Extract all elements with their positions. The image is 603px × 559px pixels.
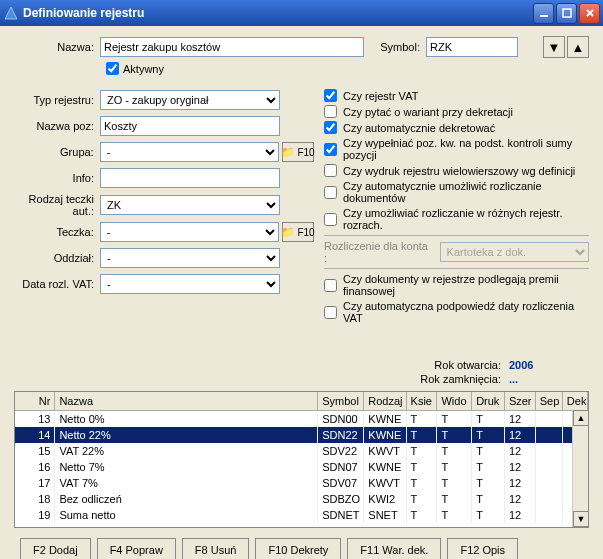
table-cell: T [472,459,505,475]
f4-popraw-button[interactable]: F4 Popraw [97,538,176,559]
symbol-label: Symbol: [364,41,426,53]
folder-icon: 📁 [281,226,295,239]
f8-usun-button[interactable]: F8 Usuń [182,538,250,559]
f12-opis-button[interactable]: F12 Opis [447,538,518,559]
data-rozl-select[interactable]: - [100,274,280,294]
table-cell [536,443,563,459]
minimize-button[interactable] [533,3,554,24]
table-cell [536,475,563,491]
nazwa-input[interactable] [100,37,364,57]
chk-wydruk-wielo[interactable] [324,164,337,177]
arrow-down-icon: ▼ [548,40,561,55]
aktywny-checkbox[interactable] [106,62,119,75]
table-row[interactable]: 15VAT 22%SDV22KWVTTTT12 [15,443,588,459]
table-cell: T [472,491,505,507]
chk-wypelniac-poz[interactable] [324,143,337,156]
table-cell: SNET [364,507,406,523]
table-cell: VAT 7% [55,475,318,491]
col-szer[interactable]: Szer [505,392,536,410]
table-cell [536,411,563,427]
teczka-select[interactable]: - [100,222,279,242]
nazwa-poz-label: Nazwa poz: [14,120,100,132]
table-cell: KWNE [364,427,406,443]
table-row[interactable]: 14Netto 22%SDN22KWNETTT12 [15,427,588,443]
table-cell: 15 [15,443,55,459]
table-row[interactable]: 16Netto 7%SDN07KWNETTT12 [15,459,588,475]
maximize-button[interactable] [556,3,577,24]
table-cell: T [437,411,472,427]
svg-rect-2 [563,9,571,17]
table-cell: KWNE [364,411,406,427]
table-cell: T [437,443,472,459]
col-druk[interactable]: Druk [472,392,505,410]
table-cell: SDN07 [318,459,364,475]
table-row[interactable]: 17VAT 7%SDV07KWVTTTT12 [15,475,588,491]
table-cell: T [407,411,438,427]
scroll-up-button[interactable]: ▲ [573,410,589,426]
table-cell: Suma netto [55,507,318,523]
chk-auto-dekret[interactable] [324,121,337,134]
chk-pytac-wariant[interactable] [324,105,337,118]
rodzaj-teczki-select[interactable]: ZK [100,195,280,215]
aktywny-checkbox-label[interactable]: Aktywny [106,62,589,75]
table-cell: 19 [15,507,55,523]
typ-rejestru-select[interactable]: ZO - zakupy oryginał [100,90,280,110]
close-button[interactable] [579,3,600,24]
chk-auto-rozlicz[interactable] [324,186,337,199]
table-cell: T [472,411,505,427]
arrow-up-icon: ▲ [572,40,585,55]
window-title: Definiowanie rejestru [23,6,533,20]
table-cell [536,507,563,523]
grupa-select[interactable]: - [100,142,279,162]
table-cell: KWI2 [364,491,406,507]
f2-dodaj-button[interactable]: F2 Dodaj [20,538,91,559]
col-rodzaj[interactable]: Rodzaj [364,392,406,410]
rodzaj-teczki-label: Rodzaj teczki aut.: [14,193,100,217]
col-dek[interactable]: Dek [563,392,588,410]
rok-otwarcia-label: Rok otwarcia: [434,359,501,371]
chk-rozlicz-rozne[interactable] [324,213,337,226]
chk-rejestr-vat[interactable] [324,89,337,102]
table-cell [536,491,563,507]
table-cell: SDV22 [318,443,364,459]
teczka-label: Teczka: [14,226,100,238]
symbol-input[interactable] [426,37,518,57]
table-cell: Bez odliczeń [55,491,318,507]
chk-premia[interactable] [324,279,337,292]
move-down-button[interactable]: ▼ [543,36,565,58]
move-up-button[interactable]: ▲ [567,36,589,58]
table-cell: 12 [505,507,536,523]
col-symbol[interactable]: Symbol [318,392,364,410]
table-cell: SDNET [318,507,364,523]
oddzial-select[interactable]: - [100,248,280,268]
col-sep[interactable]: Sep [536,392,563,410]
table-cell: 17 [15,475,55,491]
rok-zamkniecia-value[interactable]: ... [509,373,569,385]
typ-rejestru-label: Typ rejestru: [14,94,100,106]
table-cell: T [407,475,438,491]
teczka-f10-button[interactable]: 📁F10 [282,222,314,242]
col-ksie[interactable]: Ksie [407,392,438,410]
table-cell: T [472,475,505,491]
table-cell: 12 [505,459,536,475]
col-nazwa[interactable]: Nazwa [55,392,318,410]
table-row[interactable]: 19Suma nettoSDNETSNETTTT12 [15,507,588,523]
table-row[interactable]: 18Bez odliczeńSDBZOKWI2TTT12 [15,491,588,507]
info-input[interactable] [100,168,280,188]
table-cell: T [437,507,472,523]
svg-marker-0 [5,7,17,19]
chk-auto-data-vat[interactable] [324,306,337,319]
positions-table[interactable]: Nr Nazwa Symbol Rodzaj Ksie Wido Druk Sz… [14,391,589,528]
scroll-down-button[interactable]: ▼ [573,511,589,527]
col-nr[interactable]: Nr [15,392,55,410]
table-cell [536,427,563,443]
f11-war-dek-button[interactable]: F11 War. dek. [347,538,441,559]
table-row[interactable]: 13Netto 0%SDN00KWNETTT12 [15,411,588,427]
table-cell: SDN22 [318,427,364,443]
f10-dekrety-button[interactable]: F10 Dekrety [255,538,341,559]
nazwa-poz-input[interactable] [100,116,280,136]
grupa-f10-button[interactable]: 📁F10 [282,142,314,162]
col-wido[interactable]: Wido [437,392,472,410]
data-rozl-label: Data rozl. VAT: [14,278,100,290]
table-scrollbar[interactable]: ▲ ▼ [572,410,588,527]
